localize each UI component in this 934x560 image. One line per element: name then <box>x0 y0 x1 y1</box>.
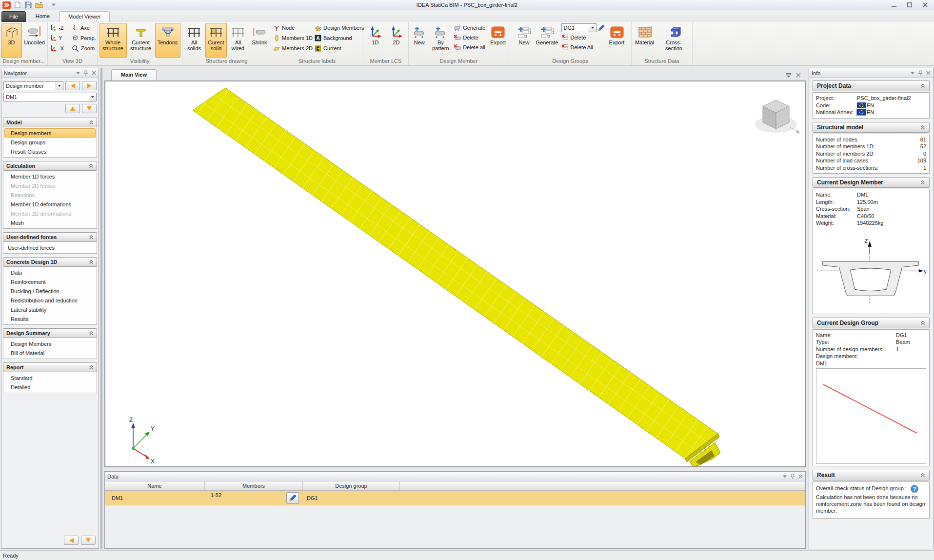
close-window-button[interactable] <box>918 1 932 9</box>
new-design-group-button[interactable]: 123 New <box>514 23 535 46</box>
nav-item-reinforcement[interactable]: Reinforcement <box>3 277 97 286</box>
section-header-design-summary[interactable]: Design Summary <box>3 328 97 338</box>
navigator-forward-button[interactable] <box>81 536 96 545</box>
close-icon[interactable] <box>798 474 803 479</box>
new-document-button[interactable] <box>13 1 22 9</box>
material-button[interactable]: Material <box>633 23 656 58</box>
view-y-button[interactable]: Y <box>48 33 70 43</box>
section-header-result[interactable]: Result <box>813 470 930 480</box>
delete-design-group-button[interactable]: Delete <box>560 33 607 42</box>
nav-item-detailed[interactable]: Detailed <box>3 382 97 392</box>
navigator-mode-combobox[interactable]: Design member <box>3 81 63 90</box>
export-design-group-button[interactable]: Export <box>607 23 627 46</box>
nav-item-results[interactable]: Results <box>3 314 97 323</box>
view-minus-z-button[interactable]: -Z <box>48 23 70 33</box>
tab-file[interactable]: File <box>1 11 26 22</box>
edit-pencil-icon[interactable] <box>597 24 605 32</box>
view-zoom-button[interactable]: Zoom <box>70 43 97 53</box>
open-button[interactable] <box>34 1 43 9</box>
girder-3d-model[interactable] <box>193 88 720 466</box>
close-icon[interactable] <box>92 71 96 75</box>
window-menu-icon[interactable] <box>786 73 792 78</box>
nav-item-user-defined-forces[interactable]: User-defined forces <box>3 243 97 252</box>
nav-item-data[interactable]: Data <box>3 268 97 277</box>
nav-item-design-members-summary[interactable]: Design Members <box>3 339 97 348</box>
cross-section-button[interactable]: Cross-section <box>657 23 691 58</box>
close-icon[interactable] <box>926 71 931 75</box>
delete-design-member-button[interactable]: Delete <box>452 33 488 42</box>
nav-item-redistribution-reduction[interactable]: Redistribution and reduction <box>3 296 97 305</box>
shrink-button[interactable]: Shrink <box>249 23 270 58</box>
nav-item-design-members[interactable]: Design members <box>4 128 96 138</box>
label-members-1d-toggle[interactable]: Members 1D <box>272 33 313 43</box>
uncoiled-button[interactable]: Uncoiled <box>22 23 46 58</box>
section-header-model[interactable]: Model <box>3 118 97 127</box>
nav-item-bill-of-material[interactable]: Bill of Material <box>3 348 97 358</box>
label-members-2d-toggle[interactable]: Members 2D <box>272 43 313 53</box>
section-header-concrete-design-1d[interactable]: Concrete Design 1D <box>3 257 97 267</box>
lcs-1d-button[interactable]: 1D <box>365 23 386 58</box>
column-header-members[interactable]: Members <box>205 481 303 490</box>
nav-item-lateral-stability[interactable]: Lateral stability <box>3 305 97 314</box>
current-solid-button[interactable]: Curent solid <box>205 23 227 58</box>
panel-menu-icon[interactable] <box>911 72 914 75</box>
design-group-combobox[interactable]: DG1 <box>561 23 596 32</box>
generate-design-members-button[interactable]: Generate <box>452 23 488 33</box>
combobox-dropdown-button[interactable] <box>56 82 63 90</box>
view-persp-button[interactable]: Persp. <box>70 33 97 43</box>
label-background-toggle[interactable]: ABackground <box>313 33 362 43</box>
current-structure-button[interactable]: Current structure <box>127 23 155 58</box>
section-header-current-design-group[interactable]: Current Design Group <box>813 318 930 328</box>
column-header-name[interactable]: Name <box>105 481 205 490</box>
close-view-icon[interactable] <box>796 73 801 78</box>
view-navigation-cube[interactable] <box>755 100 800 133</box>
edit-members-button[interactable] <box>286 492 299 504</box>
delete-all-design-members-button[interactable]: Delete all <box>452 42 488 52</box>
navigator-back-button[interactable] <box>64 536 79 545</box>
view-3d-button[interactable]: 3D <box>1 23 22 58</box>
section-header-structural-model[interactable]: Structural model <box>813 122 930 133</box>
minimize-button[interactable] <box>887 1 901 9</box>
label-current-toggle[interactable]: Current <box>313 43 362 53</box>
table-row[interactable]: DM1 1-52 DG1 <box>105 491 805 505</box>
generate-design-groups-button[interactable]: 123 Generate <box>535 23 559 46</box>
section-header-user-defined-forces[interactable]: User-defined forces <box>3 232 97 242</box>
panel-menu-icon[interactable] <box>76 72 80 75</box>
section-header-calculation[interactable]: Calculation <box>3 161 97 171</box>
nav-item-mesh[interactable]: Mesh <box>3 218 97 227</box>
combobox-dropdown-button[interactable] <box>89 93 96 101</box>
nav-item-member-1d-forces[interactable]: Member 1D forces <box>3 172 97 181</box>
by-pattern-button[interactable]: By pattern <box>430 23 452 52</box>
save-button[interactable] <box>23 1 33 9</box>
nav-item-standard[interactable]: Standard <box>3 373 97 382</box>
next-member-button[interactable] <box>82 81 97 90</box>
section-header-report[interactable]: Report <box>3 362 97 372</box>
navigator-member-combobox[interactable]: DM1 <box>3 93 97 101</box>
nav-item-member-1d-deformations[interactable]: Member 1D deformations <box>3 200 97 209</box>
panel-menu-icon[interactable] <box>783 475 787 478</box>
view-minus-x-button[interactable]: -X <box>48 43 70 53</box>
quick-access-customize-button[interactable] <box>49 1 58 9</box>
delete-all-design-groups-button[interactable]: Delete All <box>560 42 607 52</box>
tab-main-view[interactable]: Main View <box>111 69 157 80</box>
previous-member-button[interactable] <box>65 81 80 90</box>
pin-icon[interactable] <box>83 70 88 76</box>
new-design-member-button[interactable]: New <box>410 23 429 46</box>
combobox-dropdown-button[interactable] <box>589 24 596 32</box>
column-header-design-group[interactable]: Design group <box>303 481 400 490</box>
tendons-button[interactable]: Tendons <box>155 23 180 58</box>
view-axo-button[interactable]: Axo <box>70 23 97 33</box>
app-icon[interactable] <box>2 1 11 9</box>
pin-icon[interactable] <box>790 474 795 480</box>
tab-model-viewer[interactable]: Model Viewer <box>60 11 109 22</box>
lcs-2d-button[interactable]: 2D <box>386 23 407 58</box>
model-viewport[interactable]: Z Y X <box>104 80 806 467</box>
export-design-member-button[interactable]: Export <box>488 23 508 46</box>
section-header-project-data[interactable]: Project Data <box>813 80 930 91</box>
all-wired-button[interactable]: All wired <box>227 23 249 58</box>
pin-icon[interactable] <box>918 70 923 76</box>
move-down-button[interactable] <box>82 104 97 113</box>
label-node-toggle[interactable]: Node <box>272 23 313 33</box>
help-icon[interactable]: ? <box>911 485 918 493</box>
all-solids-button[interactable]: All solids <box>183 23 205 58</box>
